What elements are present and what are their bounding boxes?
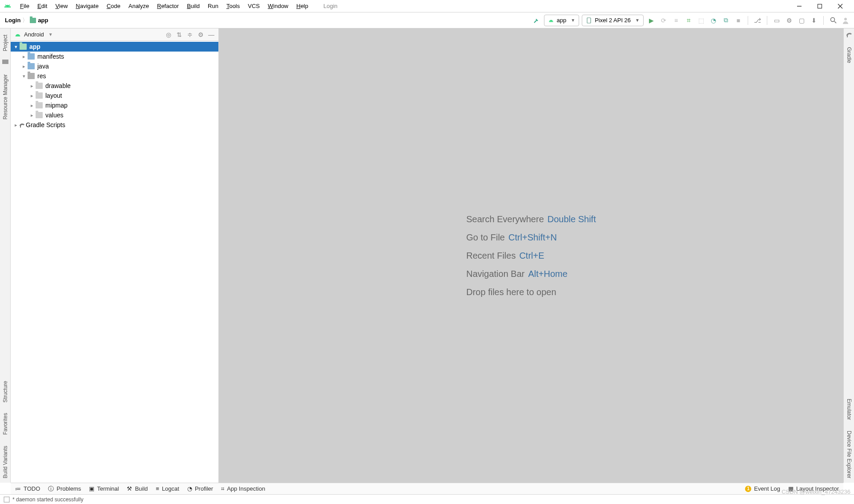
project-pane: Android ▼ ◎ ⇅ ≑ ⚙ — ▾app ▸manifests ▸jav… (11, 28, 219, 483)
svg-line-8 (834, 21, 836, 23)
watermark: CSDN @weixin_47243236 (781, 488, 850, 495)
minimize-button[interactable] (789, 0, 810, 12)
breadcrumb[interactable]: Login 〉 app (4, 16, 48, 24)
caret-down-icon: ▼ (571, 18, 575, 23)
android-logo-icon (4, 2, 12, 10)
tree-node-gradle-scripts[interactable]: ▸ Gradle Scripts (11, 120, 218, 130)
tool-favorites[interactable]: Favorites (1, 408, 9, 439)
tab-terminal[interactable]: ▣Terminal (89, 485, 119, 492)
tree-node-drawable[interactable]: ▸drawable (11, 81, 218, 91)
svg-point-5 (552, 20, 552, 21)
coverage-button[interactable]: ⬚ (696, 16, 706, 25)
tool-emulator[interactable]: Emulator (845, 394, 853, 424)
menu-help[interactable]: Help (292, 1, 312, 11)
tree-node-res[interactable]: ▾res (11, 71, 218, 81)
breadcrumb-root[interactable]: Login (5, 17, 20, 24)
tree-label: res (37, 72, 46, 80)
tab-problems[interactable]: ⓘProblems (48, 485, 81, 493)
tree-label: values (45, 112, 63, 119)
android-icon (14, 32, 21, 37)
status-icon (4, 496, 10, 503)
menu-build[interactable]: Build (183, 1, 204, 11)
tree-node-java[interactable]: ▸java (11, 61, 218, 71)
menu-vcs[interactable]: VCS (244, 1, 264, 11)
tool-resource-manager[interactable]: Resource Manager (1, 70, 9, 124)
tool-project[interactable]: Project (1, 30, 9, 56)
menu-navigate[interactable]: Navigate (72, 1, 102, 11)
apply-code-button[interactable]: ≡ (671, 16, 681, 25)
status-text: * daemon started successfully (12, 496, 83, 503)
device-selector[interactable]: Pixel 2 API 26 ▼ (582, 15, 644, 26)
caret-down-icon: ▼ (635, 18, 640, 23)
tree-node-manifests[interactable]: ▸manifests (11, 52, 218, 61)
tab-build[interactable]: ⚒Build (127, 485, 148, 492)
menu-file[interactable]: File (16, 1, 33, 11)
gradle-elephant-icon (846, 31, 853, 38)
editor-placeholder[interactable]: Search Everywhere Double Shift Go to Fil… (219, 28, 843, 483)
hammer-back-icon[interactable] (532, 16, 541, 25)
tip-shortcut: Ctrl+Shift+N (508, 232, 557, 243)
profiler-button[interactable]: ◔ (709, 16, 718, 25)
tool-build-variants[interactable]: Build Variants (1, 441, 9, 483)
tip-shortcut: Ctrl+E (519, 251, 544, 261)
menu-tools[interactable]: Tools (222, 1, 244, 11)
svg-rect-6 (587, 18, 591, 23)
device-manager-button[interactable]: ▢ (797, 16, 806, 25)
tree-node-layout[interactable]: ▸layout (11, 91, 218, 100)
debug-button[interactable]: ⌗ (684, 16, 693, 25)
tree-label: Gradle Scripts (26, 121, 65, 128)
svg-point-4 (550, 20, 550, 21)
tool-gradle[interactable]: Gradle (845, 43, 853, 68)
tab-app-inspection[interactable]: ⌗App Inspection (221, 485, 265, 492)
sort-icon[interactable]: ⇅ (176, 31, 183, 38)
tree-node-mipmap[interactable]: ▸mipmap (11, 100, 218, 110)
sdk-manager-button[interactable]: ⚙ (784, 16, 794, 25)
menu-window[interactable]: Window (264, 1, 292, 11)
attach-debugger-button[interactable]: ⧉ (721, 16, 731, 25)
tab-logcat[interactable]: ≡Logcat (156, 485, 179, 492)
module-selector[interactable]: app ▼ (544, 15, 580, 26)
menu-view[interactable]: View (51, 1, 72, 11)
project-view-selector[interactable]: Android (24, 31, 44, 38)
svg-point-7 (830, 18, 834, 22)
menu-analyze[interactable]: Analyze (125, 1, 153, 11)
tab-todo[interactable]: ≔TODO (15, 485, 40, 492)
menu-run[interactable]: Run (204, 1, 222, 11)
run-button[interactable]: ▶ (646, 16, 656, 25)
tip-label: Go to File (466, 232, 505, 243)
quick-tips: Search Everywhere Double Shift Go to Fil… (466, 214, 596, 297)
close-button[interactable] (830, 0, 850, 12)
tree-label: drawable (45, 82, 71, 89)
tree-label: manifests (37, 53, 64, 60)
project-tree[interactable]: ▾app ▸manifests ▸java ▾res ▸drawable ▸la… (11, 41, 218, 483)
tab-profiler[interactable]: ◔Profiler (187, 485, 213, 492)
avd-manager-button[interactable]: ▭ (772, 16, 781, 25)
search-button[interactable] (828, 16, 838, 25)
project-pane-header: Android ▼ ◎ ⇅ ≑ ⚙ — (11, 28, 218, 41)
menu-refactor[interactable]: Refactor (153, 1, 183, 11)
filter-icon[interactable]: ≑ (186, 31, 193, 38)
menu-edit[interactable]: Edit (33, 1, 51, 11)
stop-button[interactable]: ■ (733, 16, 743, 25)
apply-changes-button[interactable]: ⟳ (659, 16, 669, 25)
device-selector-label: Pixel 2 API 26 (595, 17, 631, 24)
tool-device-file-explorer[interactable]: Device File Explorer (845, 426, 853, 483)
menu-code[interactable]: Code (103, 1, 125, 11)
svg-rect-11 (4, 497, 9, 502)
tool-structure[interactable]: Structure (1, 376, 9, 407)
tip-shortcut: Alt+Home (528, 269, 567, 279)
vcs-button[interactable]: ⎇ (753, 16, 762, 25)
tree-node-app[interactable]: ▾app (11, 42, 218, 52)
target-icon[interactable]: ◎ (165, 31, 172, 38)
tree-label: layout (45, 92, 62, 99)
tree-node-values[interactable]: ▸values (11, 110, 218, 120)
gear-icon[interactable]: ⚙ (197, 31, 204, 38)
sync-gradle-button[interactable]: ⬇ (809, 16, 819, 25)
maximize-button[interactable] (810, 0, 830, 12)
left-tool-strip: Project Resource Manager Structure Favor… (0, 28, 11, 483)
breadcrumb-leaf[interactable]: app (38, 17, 48, 24)
user-avatar[interactable] (841, 16, 850, 25)
hide-icon[interactable]: — (208, 31, 215, 38)
chevron-right-icon: 〉 (22, 16, 28, 24)
tab-event-log[interactable]: 1Event Log (745, 485, 780, 492)
